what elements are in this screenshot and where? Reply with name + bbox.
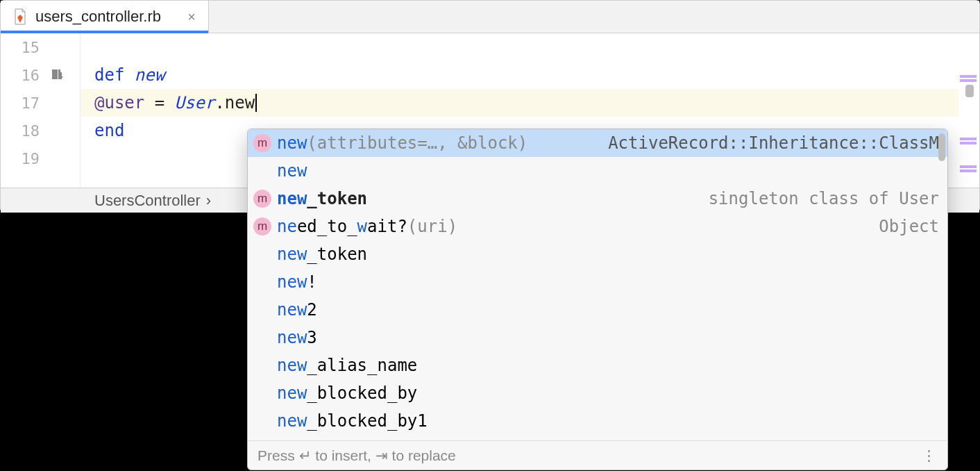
gutter-line: 16 xyxy=(1,61,80,89)
tab-bar: users_controller.rb × xyxy=(1,1,979,33)
completion-origin: ActiveRecord::Inheritance::ClassM xyxy=(608,133,939,153)
completion-label: new2 xyxy=(277,300,317,320)
line-gutter: 15 16 17 18 19 xyxy=(1,33,81,188)
completion-label: new_blocked_by xyxy=(277,383,417,403)
autocomplete-item[interactable]: mnew_token xyxy=(248,240,947,268)
method-badge-icon: m xyxy=(253,190,271,208)
more-options-icon[interactable]: ⋮ xyxy=(922,447,938,464)
completion-origin: singleton class of User xyxy=(709,189,939,208)
completion-label: need_to_wait?(uri) xyxy=(277,217,457,236)
code-line-current: @user = User.new xyxy=(81,89,979,117)
autocomplete-item[interactable]: mneed_to_wait?(uri)Object xyxy=(248,213,947,240)
completion-label: new_alias_name xyxy=(277,356,417,375)
breadcrumb-sep-icon: › xyxy=(206,192,211,210)
completion-label: new_blocked_by1 xyxy=(277,411,428,431)
close-tab-icon[interactable]: × xyxy=(187,9,196,25)
breadcrumb-item[interactable]: UsersController xyxy=(94,192,201,210)
gutter-line: 15 xyxy=(1,33,80,61)
code-line xyxy=(94,33,979,61)
gutter-line: 19 xyxy=(1,144,80,172)
gutter-line: 17 xyxy=(1,89,80,117)
autocomplete-item[interactable]: mnew2 xyxy=(248,296,947,324)
autocomplete-item[interactable]: mnew(attributes=…, &block)ActiveRecord::… xyxy=(248,129,947,157)
tab-filename: users_controller.rb xyxy=(35,8,161,26)
autocomplete-item[interactable]: mnew_alias_name xyxy=(248,352,947,379)
gutter-line: 18 xyxy=(1,117,80,144)
autocomplete-list[interactable]: mnew(attributes=…, &block)ActiveRecord::… xyxy=(248,129,947,440)
method-mark-icon xyxy=(52,67,66,84)
text-caret xyxy=(255,94,257,112)
completion-label: new3 xyxy=(277,328,317,347)
autocomplete-footer: Press ↵ to insert, ⇥ to replace ⋮ xyxy=(248,440,947,470)
completion-label: new(attributes=…, &block) xyxy=(277,133,527,153)
autocomplete-item[interactable]: mnew_blocked_by1 xyxy=(248,407,947,435)
autocomplete-item[interactable]: mnew_tokensingleton class of User xyxy=(248,185,947,213)
autocomplete-item[interactable]: mnew3 xyxy=(248,324,947,352)
method-badge-icon: m xyxy=(253,217,271,236)
file-tab[interactable]: users_controller.rb × xyxy=(1,1,209,33)
completion-origin: Object xyxy=(879,217,939,236)
autocomplete-item[interactable]: mnew xyxy=(248,157,947,185)
completion-label: new_token xyxy=(277,189,367,208)
completion-label: new! xyxy=(277,272,317,292)
autocomplete-item[interactable]: mnew_blocked_by xyxy=(248,379,947,407)
marker-strip[interactable] xyxy=(958,33,979,188)
autocomplete-item[interactable]: mnew! xyxy=(248,268,947,296)
completion-label: new_token xyxy=(277,245,367,264)
ruby-file-icon xyxy=(13,8,27,25)
popup-scrollbar-thumb[interactable] xyxy=(938,133,945,161)
autocomplete-popup[interactable]: mnew(attributes=…, &block)ActiveRecord::… xyxy=(247,129,948,470)
svg-rect-0 xyxy=(52,69,58,79)
completion-label: new xyxy=(277,161,307,181)
footer-hint: Press ↵ to insert, ⇥ to replace xyxy=(257,447,456,464)
method-badge-icon: m xyxy=(253,134,271,152)
code-line: def new xyxy=(94,61,979,89)
